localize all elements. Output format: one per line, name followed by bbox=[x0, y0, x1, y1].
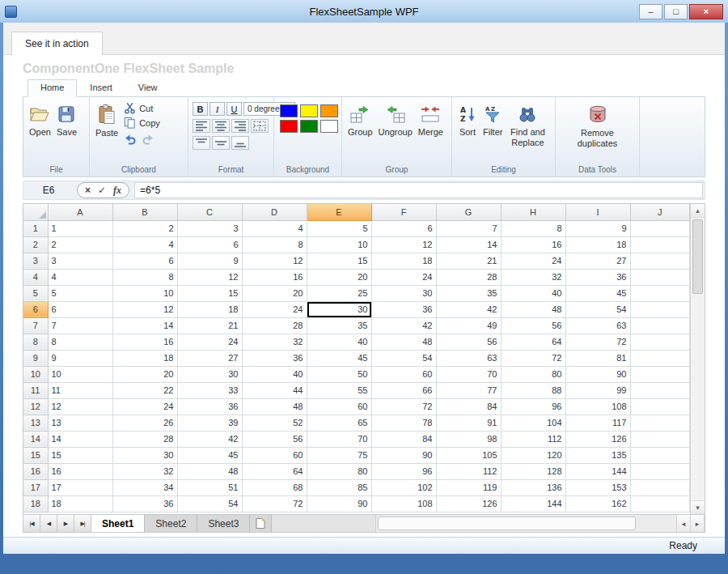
cell-I9[interactable]: 81 bbox=[565, 350, 630, 366]
valign-bottom-button[interactable] bbox=[231, 136, 249, 150]
cell-H1[interactable]: 8 bbox=[501, 220, 565, 236]
select-all-corner[interactable] bbox=[23, 204, 48, 220]
cell-A7[interactable]: 7 bbox=[48, 317, 112, 334]
cell-B3[interactable]: 6 bbox=[112, 253, 177, 269]
cell-I4[interactable]: 36 bbox=[565, 269, 630, 285]
cell-B11[interactable]: 22 bbox=[112, 382, 177, 398]
cell-A16[interactable]: 16 bbox=[48, 463, 112, 479]
insert-function-button[interactable]: fx bbox=[113, 185, 121, 195]
hscroll-thumb[interactable] bbox=[378, 517, 636, 530]
cell-H6[interactable]: 48 bbox=[501, 301, 565, 317]
cell-F16[interactable]: 96 bbox=[371, 463, 436, 479]
cell-E6[interactable]: 30 bbox=[307, 301, 371, 317]
row-header-14[interactable]: 14 bbox=[23, 431, 48, 447]
cell-J8[interactable] bbox=[630, 334, 690, 350]
cell-G4[interactable]: 28 bbox=[436, 269, 501, 285]
cell-E11[interactable]: 55 bbox=[307, 382, 371, 398]
cell-D10[interactable]: 40 bbox=[242, 366, 307, 382]
cell-C1[interactable]: 3 bbox=[177, 220, 242, 236]
hscroll-right-button[interactable]: ▸ bbox=[691, 515, 705, 532]
cell-G3[interactable]: 21 bbox=[436, 253, 501, 269]
cell-I16[interactable]: 144 bbox=[565, 463, 630, 479]
cell-J10[interactable] bbox=[630, 366, 690, 382]
row-header-11[interactable]: 11 bbox=[23, 382, 48, 398]
cell-F15[interactable]: 90 bbox=[371, 447, 436, 463]
cell-I13[interactable]: 117 bbox=[565, 415, 630, 431]
cell-I15[interactable]: 135 bbox=[565, 447, 630, 463]
cell-E12[interactable]: 60 bbox=[307, 398, 371, 415]
cell-D2[interactable]: 8 bbox=[242, 236, 307, 253]
cell-G9[interactable]: 63 bbox=[436, 350, 501, 366]
cell-F11[interactable]: 66 bbox=[371, 382, 436, 398]
row-header-17[interactable]: 17 bbox=[23, 479, 48, 495]
cell-E5[interactable]: 25 bbox=[307, 285, 371, 301]
cell-E8[interactable]: 40 bbox=[307, 334, 371, 350]
open-button[interactable]: Open bbox=[28, 102, 53, 139]
italic-button[interactable]: I bbox=[210, 102, 225, 116]
new-sheet-button[interactable] bbox=[250, 515, 272, 532]
vscroll-thumb[interactable] bbox=[692, 219, 703, 294]
cell-J7[interactable] bbox=[630, 317, 690, 334]
cell-J18[interactable] bbox=[630, 495, 690, 512]
cell-G5[interactable]: 35 bbox=[436, 285, 501, 301]
row-header-7[interactable]: 7 bbox=[23, 317, 48, 334]
cell-F10[interactable]: 60 bbox=[371, 366, 436, 382]
cell-D18[interactable]: 72 bbox=[242, 495, 307, 512]
row-header-1[interactable]: 1 bbox=[23, 220, 48, 236]
cell-J3[interactable] bbox=[630, 253, 690, 269]
cell-E18[interactable]: 90 bbox=[307, 495, 371, 512]
cell-J16[interactable] bbox=[630, 463, 690, 479]
group-button[interactable]: Group bbox=[346, 102, 375, 139]
cell-G12[interactable]: 84 bbox=[436, 398, 501, 415]
row-header-12[interactable]: 12 bbox=[23, 398, 48, 415]
cell-J15[interactable] bbox=[630, 447, 690, 463]
cell-D16[interactable]: 64 bbox=[242, 463, 307, 479]
cell-D17[interactable]: 68 bbox=[242, 479, 307, 495]
cell-A5[interactable]: 5 bbox=[48, 285, 112, 301]
color-swatch-2[interactable] bbox=[320, 104, 338, 117]
align-center-button[interactable] bbox=[212, 119, 230, 133]
valign-top-button[interactable] bbox=[193, 136, 210, 150]
cell-A9[interactable]: 9 bbox=[48, 350, 112, 366]
cell-C13[interactable]: 39 bbox=[177, 415, 242, 431]
vscroll-up-button[interactable]: ▴ bbox=[691, 204, 705, 218]
color-swatch-0[interactable] bbox=[280, 104, 298, 117]
cell-A3[interactable]: 3 bbox=[48, 253, 112, 269]
cell-J12[interactable] bbox=[630, 398, 690, 415]
cell-C15[interactable]: 45 bbox=[177, 447, 242, 463]
cell-B18[interactable]: 36 bbox=[112, 495, 177, 512]
cell-F12[interactable]: 72 bbox=[371, 398, 436, 415]
cell-H13[interactable]: 104 bbox=[501, 415, 565, 431]
borders-button[interactable] bbox=[251, 119, 269, 133]
cell-J2[interactable] bbox=[630, 236, 690, 253]
cell-H10[interactable]: 80 bbox=[501, 366, 565, 382]
vscroll-track[interactable] bbox=[691, 218, 705, 500]
cell-I7[interactable]: 63 bbox=[565, 317, 630, 334]
cell-H18[interactable]: 144 bbox=[501, 495, 565, 512]
cell-A6[interactable]: 6 bbox=[48, 301, 112, 317]
grid-cells-area[interactable]: ABCDEFGHIJ112345678922468101214161833691… bbox=[23, 204, 690, 514]
cell-D13[interactable]: 52 bbox=[242, 415, 307, 431]
cell-H15[interactable]: 120 bbox=[501, 447, 565, 463]
cell-E9[interactable]: 45 bbox=[307, 350, 371, 366]
sheet-nav-first-button[interactable]: |◀ bbox=[23, 515, 40, 532]
cell-C12[interactable]: 36 bbox=[177, 398, 242, 415]
cell-C10[interactable]: 30 bbox=[177, 366, 242, 382]
cell-I11[interactable]: 99 bbox=[565, 382, 630, 398]
merge-button[interactable]: Merge bbox=[417, 102, 445, 139]
underline-button[interactable]: U bbox=[226, 102, 242, 116]
cell-J13[interactable] bbox=[630, 415, 690, 431]
cell-A15[interactable]: 15 bbox=[48, 447, 112, 463]
cell-D15[interactable]: 60 bbox=[242, 447, 307, 463]
cell-E3[interactable]: 15 bbox=[307, 253, 371, 269]
cell-J17[interactable] bbox=[630, 479, 690, 495]
tab-see-it-in-action[interactable]: See it in action bbox=[11, 32, 103, 56]
cell-D6[interactable]: 24 bbox=[242, 301, 307, 317]
cell-F8[interactable]: 48 bbox=[371, 334, 436, 350]
cell-I10[interactable]: 90 bbox=[565, 366, 630, 382]
cell-G8[interactable]: 56 bbox=[436, 334, 501, 350]
cell-B8[interactable]: 16 bbox=[112, 334, 177, 350]
hscroll-left-button[interactable]: ◂ bbox=[677, 515, 691, 532]
cell-J14[interactable] bbox=[630, 431, 690, 447]
cell-name-box[interactable]: E6 bbox=[25, 185, 72, 196]
